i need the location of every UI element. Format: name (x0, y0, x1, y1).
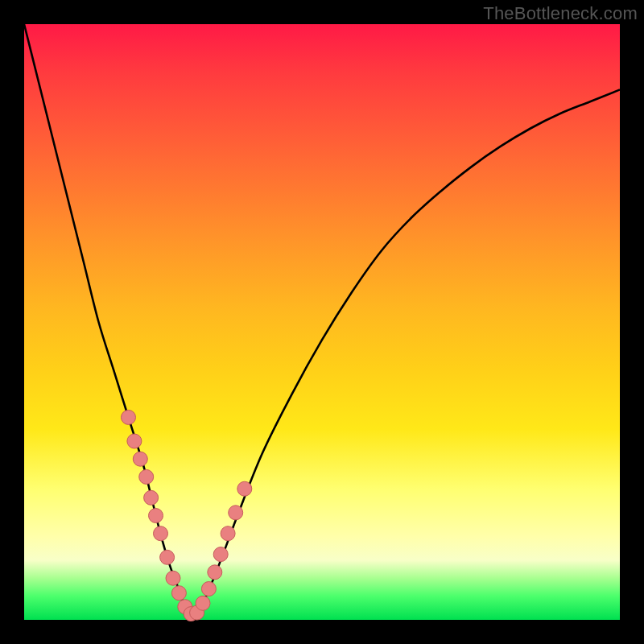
highlight-markers (122, 410, 252, 621)
marker-point (122, 410, 136, 424)
marker-point (160, 550, 175, 564)
marker-point (133, 452, 147, 466)
marker-point (208, 565, 222, 580)
watermark-text: TheBottleneck.com (483, 3, 638, 24)
plot-area (24, 24, 620, 620)
marker-point (127, 434, 142, 448)
marker-point (221, 526, 235, 541)
marker-point (154, 526, 168, 541)
marker-point (201, 582, 216, 597)
marker-point (229, 506, 243, 520)
marker-point (166, 571, 180, 585)
marker-point (149, 509, 163, 523)
bottleneck-curve (24, 24, 620, 614)
marker-point (237, 481, 252, 496)
curve-layer (24, 24, 620, 620)
marker-point (196, 596, 210, 610)
marker-point (171, 586, 186, 601)
marker-point (144, 490, 159, 505)
marker-point (139, 469, 154, 484)
marker-point (213, 547, 228, 562)
chart-stage: TheBottleneck.com (0, 0, 644, 644)
